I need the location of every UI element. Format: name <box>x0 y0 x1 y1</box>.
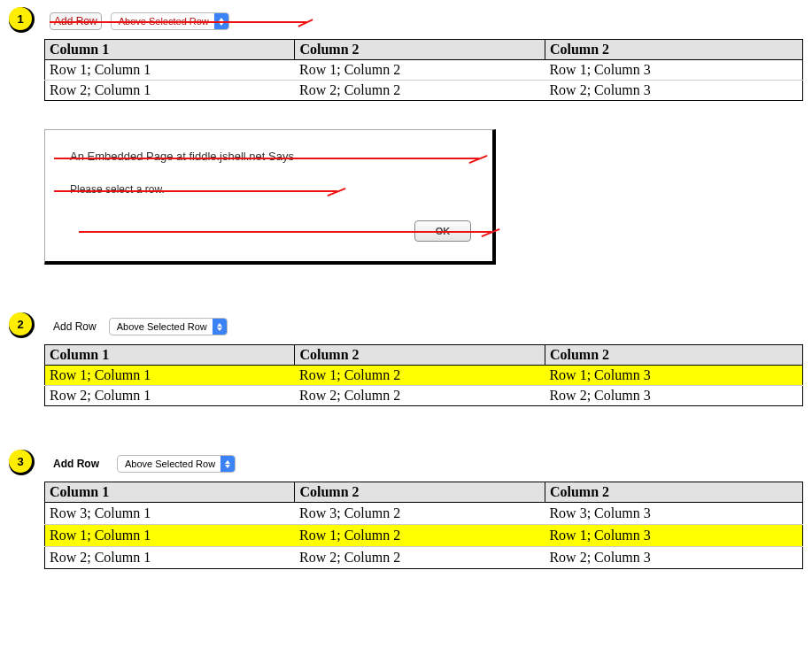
table-row[interactable]: Row 1; Column 1 Row 1; Column 2 Row 1; C… <box>45 525 803 547</box>
updown-icon <box>213 319 227 335</box>
table-row[interactable]: Row 1; Column 1 Row 1; Column 2 Row 1; C… <box>45 366 803 386</box>
cell: Row 1; Column 3 <box>545 525 802 547</box>
position-select[interactable]: Above Selected Row <box>117 455 236 473</box>
table-row[interactable]: Row 2; Column 1 Row 2; Column 2 Row 2; C… <box>45 547 803 569</box>
position-select[interactable]: Above Selected Row <box>109 318 228 335</box>
col-header: Column 2 <box>545 482 802 503</box>
table-row[interactable]: Row 3; Column 1 Row 3; Column 2 Row 3; C… <box>45 503 803 525</box>
cell: Row 1; Column 2 <box>295 366 545 386</box>
cell: Row 2; Column 3 <box>545 386 802 406</box>
toolbar-1: Add Row Above Selected Row <box>50 12 803 30</box>
table-header-row: Column 1 Column 2 Column 2 <box>45 40 803 60</box>
cell: Row 1; Column 2 <box>295 60 545 81</box>
cell: Row 1; Column 3 <box>545 60 802 81</box>
step-badge-1: 1 <box>9 7 32 30</box>
step-badge-2: 2 <box>9 312 32 335</box>
step-2-section: 2 Add Row Above Selected Row Column 1 Co… <box>44 318 803 406</box>
toolbar-2: Add Row Above Selected Row <box>50 318 803 335</box>
cell: Row 1; Column 3 <box>545 366 802 386</box>
cell: Row 1; Column 1 <box>45 366 295 386</box>
col-header: Column 2 <box>295 482 545 503</box>
select-value: Above Selected Row <box>118 458 220 470</box>
strikethrough-annotation <box>79 231 491 233</box>
data-table-2: Column 1 Column 2 Column 2 Row 1; Column… <box>44 344 803 406</box>
strikethrough-annotation <box>54 190 337 192</box>
cell: Row 1; Column 1 <box>45 525 295 547</box>
toolbar-3: Add Row Above Selected Row <box>50 455 803 473</box>
updown-icon <box>220 456 235 472</box>
data-table-1: Column 1 Column 2 Column 2 Row 1; Column… <box>44 39 803 101</box>
col-header: Column 1 <box>45 345 295 366</box>
cell: Row 1; Column 1 <box>45 60 295 81</box>
step-badge-3: 3 <box>9 450 32 473</box>
table-header-row: Column 1 Column 2 Column 2 <box>45 345 803 366</box>
cell: Row 1; Column 2 <box>295 525 545 547</box>
col-header: Column 2 <box>545 345 802 366</box>
strikethrough-annotation <box>50 21 306 23</box>
col-header: Column 1 <box>45 482 295 503</box>
col-header: Column 1 <box>45 40 295 60</box>
cell: Row 3; Column 2 <box>295 503 545 525</box>
cell: Row 3; Column 3 <box>545 503 802 525</box>
cell: Row 2; Column 2 <box>295 81 545 101</box>
col-header: Column 2 <box>295 40 545 60</box>
table-header-row: Column 1 Column 2 Column 2 <box>45 482 803 503</box>
cell: Row 2; Column 1 <box>45 386 295 406</box>
dialog-title: An Embedded Page at fiddle.jshell.net Sa… <box>70 150 294 163</box>
alert-dialog: An Embedded Page at fiddle.jshell.net Sa… <box>44 129 496 265</box>
cell: Row 2; Column 3 <box>545 547 802 569</box>
add-row-button[interactable]: Add Row <box>50 319 100 335</box>
cell: Row 2; Column 3 <box>545 81 802 101</box>
col-header: Column 2 <box>545 40 802 60</box>
dialog-message: Please select a row. <box>70 183 165 196</box>
table-row[interactable]: Row 2; Column 1 Row 2; Column 2 Row 2; C… <box>45 386 803 406</box>
step-3-section: 3 Add Row Above Selected Row Column 1 Co… <box>44 455 803 569</box>
data-table-3: Column 1 Column 2 Column 2 Row 3; Column… <box>44 482 803 569</box>
table-row[interactable]: Row 2; Column 1 Row 2; Column 2 Row 2; C… <box>45 81 803 101</box>
cell: Row 2; Column 2 <box>295 386 545 406</box>
cell: Row 2; Column 2 <box>295 547 545 569</box>
cell: Row 2; Column 1 <box>45 81 295 101</box>
cell: Row 2; Column 1 <box>45 547 295 569</box>
cell: Row 3; Column 1 <box>45 503 295 525</box>
col-header: Column 2 <box>295 345 545 366</box>
strikethrough-annotation <box>54 158 479 159</box>
step-1-section: 1 Add Row Above Selected Row Column 1 Co… <box>44 12 803 265</box>
add-row-button[interactable]: Add Row <box>50 456 103 472</box>
table-row[interactable]: Row 1; Column 1 Row 1; Column 2 Row 1; C… <box>45 60 803 81</box>
select-value: Above Selected Row <box>110 320 213 333</box>
